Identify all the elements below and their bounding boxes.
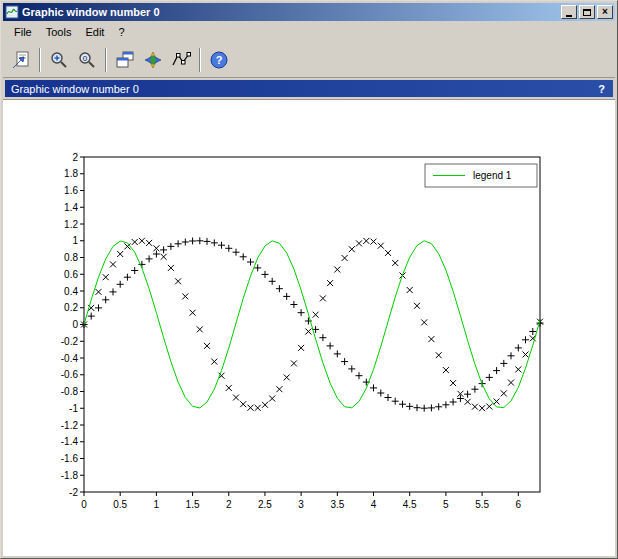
maximize-icon bbox=[583, 9, 591, 16]
x-tick-label: 4 bbox=[371, 499, 377, 510]
y-tick-label: -0.6 bbox=[61, 369, 79, 380]
y-tick-label: 0.6 bbox=[64, 269, 78, 280]
dock-title-bar: Graphic window number 0 ? bbox=[5, 80, 613, 97]
x-tick-label: 2 bbox=[226, 499, 232, 510]
y-tick-label: -1.4 bbox=[61, 436, 79, 447]
rotate-icon bbox=[143, 50, 163, 70]
y-tick-label: -0.4 bbox=[61, 353, 79, 364]
y-tick-label: 2 bbox=[72, 152, 78, 163]
dock-help-button[interactable]: ? bbox=[596, 83, 607, 95]
x-tick-label: 3.5 bbox=[330, 499, 344, 510]
x-tick-label: 0.5 bbox=[113, 499, 127, 510]
plot-svg[interactable]: -2-1.8-1.6-1.4-1.2-1-0.8-0.6-0.4-0.200.2… bbox=[3, 100, 615, 556]
rotate-button[interactable] bbox=[139, 47, 167, 74]
toolbar-separator bbox=[199, 48, 201, 72]
menu-help[interactable]: ? bbox=[111, 24, 131, 40]
y-tick-label: 0.8 bbox=[64, 252, 78, 263]
menu-bar: File Tools Edit ? bbox=[3, 21, 615, 43]
y-tick-label: 0 bbox=[72, 319, 78, 330]
y-tick-label: 1.8 bbox=[64, 168, 78, 179]
datatip-button[interactable] bbox=[167, 47, 195, 74]
y-tick-label: -1.8 bbox=[61, 470, 79, 481]
x-tick-label: 1.5 bbox=[186, 499, 200, 510]
y-tick-label: -0.2 bbox=[61, 336, 79, 347]
title-bar: Graphic window number 0 × bbox=[3, 3, 615, 21]
y-tick-label: 1.2 bbox=[64, 219, 78, 230]
y-tick-label: -1.6 bbox=[61, 453, 79, 464]
x-tick-label: 0 bbox=[81, 499, 87, 510]
dock-title: Graphic window number 0 bbox=[11, 83, 596, 95]
export-icon bbox=[11, 50, 31, 70]
x-tick-label: 1 bbox=[154, 499, 160, 510]
menu-tools[interactable]: Tools bbox=[39, 24, 79, 40]
close-button[interactable]: × bbox=[597, 5, 613, 19]
menu-file[interactable]: File bbox=[7, 24, 39, 40]
svg-text:?: ? bbox=[216, 54, 223, 66]
y-tick-label: 1.6 bbox=[64, 185, 78, 196]
x-tick-label: 6 bbox=[516, 499, 522, 510]
plot-canvas[interactable]: -2-1.8-1.6-1.4-1.2-1-0.8-0.6-0.4-0.200.2… bbox=[3, 99, 615, 556]
y-tick-label: -0.8 bbox=[61, 386, 79, 397]
export-button[interactable] bbox=[7, 47, 35, 74]
window-controls: × bbox=[561, 5, 613, 19]
datatip-icon bbox=[171, 50, 191, 70]
x-tick-label: 5.5 bbox=[475, 499, 489, 510]
svg-text:0: 0 bbox=[83, 54, 88, 63]
y-tick-label: -1 bbox=[69, 403, 78, 414]
zoom-original-icon: 0 bbox=[77, 50, 97, 70]
toolbar-separator bbox=[105, 48, 107, 72]
close-icon: × bbox=[602, 7, 608, 17]
minimize-button[interactable] bbox=[561, 5, 577, 19]
zoom-in-icon bbox=[49, 50, 69, 70]
toolbar-separator bbox=[39, 48, 41, 72]
legend-label: legend 1 bbox=[473, 170, 512, 181]
x-tick-label: 5 bbox=[443, 499, 449, 510]
series-line-2 bbox=[84, 241, 540, 408]
y-tick-label: 0.4 bbox=[64, 286, 78, 297]
x-tick-label: 2.5 bbox=[258, 499, 272, 510]
x-tick-label: 3 bbox=[298, 499, 304, 510]
window-icon bbox=[5, 5, 19, 19]
y-tick-label: 1.4 bbox=[64, 202, 78, 213]
plot-frame bbox=[84, 157, 540, 492]
y-tick-label: -1.2 bbox=[61, 420, 79, 431]
y-tick-label: 0.2 bbox=[64, 302, 78, 313]
maximize-button[interactable] bbox=[579, 5, 595, 19]
menu-edit[interactable]: Edit bbox=[78, 24, 111, 40]
toolbar: 0 bbox=[3, 43, 615, 78]
minimize-icon bbox=[566, 15, 572, 17]
series-markers-1 bbox=[81, 238, 543, 411]
y-tick-label: 1 bbox=[72, 235, 78, 246]
ged-button[interactable] bbox=[111, 47, 139, 74]
ged-icon bbox=[115, 50, 135, 70]
zoom-in-button[interactable] bbox=[45, 47, 73, 74]
y-tick-label: -2 bbox=[69, 487, 78, 498]
help-button[interactable]: ? bbox=[205, 47, 233, 74]
graphic-window: Graphic window number 0 × File Tools Edi… bbox=[0, 0, 618, 559]
zoom-original-button[interactable]: 0 bbox=[73, 47, 101, 74]
x-tick-label: 4.5 bbox=[403, 499, 417, 510]
series-markers-0 bbox=[81, 237, 544, 411]
window-title: Graphic window number 0 bbox=[22, 6, 558, 18]
help-icon: ? bbox=[209, 50, 229, 70]
